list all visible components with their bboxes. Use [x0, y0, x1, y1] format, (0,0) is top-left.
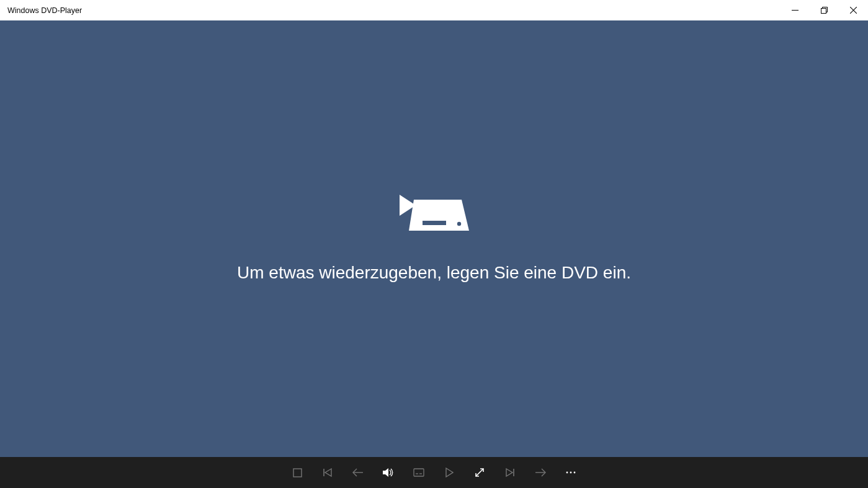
- svg-marker-15: [446, 468, 453, 477]
- skip-previous-icon: [323, 468, 333, 477]
- svg-point-21: [570, 472, 572, 474]
- volume-button[interactable]: [374, 457, 404, 488]
- minimize-button[interactable]: [781, 0, 810, 20]
- minimize-icon: [792, 7, 799, 14]
- stop-button[interactable]: [282, 457, 313, 488]
- svg-marker-17: [506, 469, 512, 476]
- fullscreen-button[interactable]: [465, 457, 495, 488]
- insert-dvd-message: Um etwas wiederzugeben, legen Sie eine D…: [237, 263, 631, 283]
- subtitles-icon: [413, 468, 424, 477]
- fullscreen-icon: [475, 468, 485, 477]
- back-button[interactable]: [343, 457, 374, 488]
- play-button[interactable]: [434, 457, 465, 488]
- dvd-player-icon: [400, 195, 469, 237]
- close-icon: [850, 7, 857, 14]
- more-icon: [565, 471, 576, 474]
- stop-icon: [293, 468, 302, 477]
- svg-line-16: [476, 469, 483, 476]
- svg-rect-1: [821, 9, 826, 14]
- svg-rect-7: [293, 469, 302, 477]
- svg-rect-12: [414, 469, 424, 476]
- svg-marker-9: [325, 469, 331, 476]
- next-button[interactable]: [495, 457, 526, 488]
- svg-point-22: [574, 472, 576, 474]
- subtitles-button[interactable]: [404, 457, 434, 488]
- svg-rect-5: [423, 221, 446, 225]
- playback-controls: [0, 457, 868, 488]
- svg-point-20: [566, 472, 568, 474]
- close-button[interactable]: [839, 0, 868, 20]
- titlebar: Windows DVD-Player: [0, 0, 868, 20]
- maximize-button[interactable]: [810, 0, 839, 20]
- svg-marker-11: [383, 468, 388, 477]
- arrow-right-icon: [535, 468, 546, 477]
- previous-button[interactable]: [313, 457, 343, 488]
- more-button[interactable]: [556, 457, 586, 488]
- play-icon: [445, 468, 454, 477]
- forward-button[interactable]: [526, 457, 556, 488]
- maximize-icon: [821, 7, 828, 14]
- arrow-left-icon: [352, 468, 364, 477]
- window-controls: [781, 0, 868, 20]
- volume-icon: [383, 468, 394, 477]
- playback-area: Um etwas wiederzugeben, legen Sie eine D…: [0, 20, 868, 457]
- svg-point-6: [457, 222, 460, 226]
- window-title: Windows DVD-Player: [0, 6, 82, 15]
- skip-next-icon: [505, 468, 515, 477]
